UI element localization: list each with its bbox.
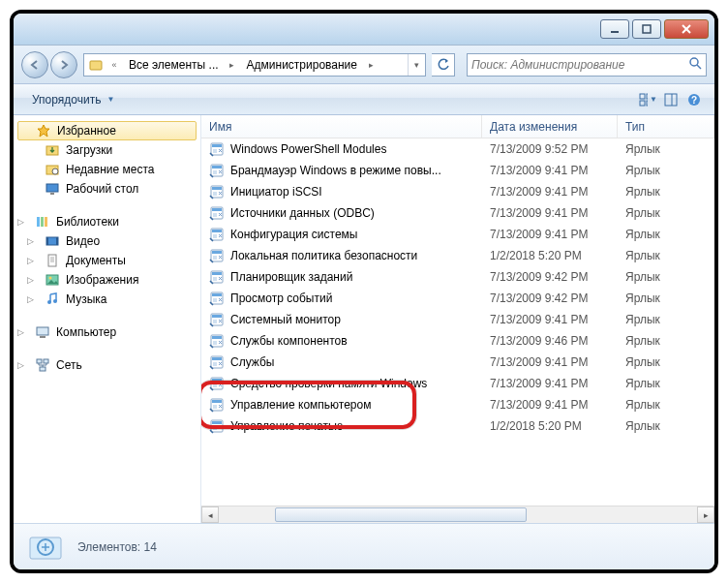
sidebar-item-pictures[interactable]: ▷ Изображения <box>14 270 200 290</box>
sidebar-item-video[interactable]: ▷ Видео <box>14 231 200 251</box>
file-row[interactable]: Инициатор iSCSI7/13/2009 9:41 PMЯрлык <box>201 181 714 202</box>
back-button[interactable] <box>21 51 48 78</box>
file-row[interactable]: Просмотр событий7/13/2009 9:42 PMЯрлык <box>201 288 714 309</box>
file-row[interactable]: Windows PowerShell Modules7/13/2009 9:52… <box>201 138 714 160</box>
file-type: Ярлык <box>618 419 714 433</box>
sidebar-item-documents[interactable]: ▷ Документы <box>14 251 200 270</box>
expand-icon[interactable]: ▷ <box>27 236 39 246</box>
svg-rect-56 <box>213 256 217 260</box>
sidebar-item-downloads[interactable]: Загрузки <box>14 140 200 160</box>
file-date: 7/13/2009 9:42 PM <box>482 292 618 305</box>
sidebar-item-label: Загрузки <box>66 143 112 157</box>
svg-rect-76 <box>212 400 222 403</box>
organize-button[interactable]: Упорядочить ▼ <box>23 88 123 111</box>
view-mode-button[interactable]: ▼ <box>637 89 658 110</box>
svg-rect-10 <box>647 101 648 106</box>
file-date: 7/13/2009 9:41 PM <box>482 228 618 241</box>
svg-rect-41 <box>213 149 217 153</box>
chevron-right-icon[interactable]: ▸ <box>226 54 239 76</box>
shortcut-icon <box>209 312 225 327</box>
file-row[interactable]: Локальная политика безопасности1/2/2018 … <box>201 245 714 266</box>
svg-rect-73 <box>212 379 222 382</box>
expand-icon[interactable]: ▷ <box>17 360 29 370</box>
chevron-right-icon[interactable]: ▸ <box>364 54 378 76</box>
search-input[interactable] <box>471 58 688 72</box>
column-type[interactable]: Тип <box>618 115 714 138</box>
svg-rect-22 <box>45 217 47 227</box>
downloads-icon <box>45 142 60 158</box>
scroll-left-button[interactable]: ◂ <box>201 506 219 523</box>
horizontal-scrollbar[interactable]: ◂ ▸ <box>201 506 714 523</box>
forward-button[interactable] <box>50 51 77 78</box>
file-list: Windows PowerShell Modules7/13/2009 9:52… <box>201 138 714 504</box>
sidebar-item-desktop[interactable]: Рабочий стол <box>14 179 200 199</box>
expand-icon[interactable]: ▷ <box>17 217 29 227</box>
scroll-track[interactable] <box>219 506 697 523</box>
svg-point-33 <box>53 299 57 303</box>
expand-icon[interactable]: ▷ <box>27 275 39 285</box>
file-date: 7/13/2009 9:46 PM <box>482 334 618 348</box>
breadcrumb-seg-1[interactable]: Все элементы ... <box>121 54 226 76</box>
scroll-right-button[interactable]: ▸ <box>697 506 714 523</box>
file-type: Ярлык <box>618 206 714 220</box>
sidebar-item-recent[interactable]: Недавние места <box>14 160 200 179</box>
file-row[interactable]: Конфигурация системы7/13/2009 9:41 PMЯрл… <box>201 224 714 245</box>
file-name: Службы <box>230 355 274 369</box>
file-row[interactable]: Управление печатью1/2/2018 5:20 PMЯрлык <box>201 415 714 437</box>
search-icon[interactable] <box>688 56 702 74</box>
sidebar-computer[interactable]: ▷ Компьютер <box>14 322 200 342</box>
sidebar-item-label: Сеть <box>56 358 82 372</box>
file-date: 7/13/2009 9:52 PM <box>482 142 618 156</box>
file-row[interactable]: Управление компьютером7/13/2009 9:41 PMЯ… <box>201 394 714 415</box>
star-icon <box>36 123 51 138</box>
shortcut-icon <box>209 141 225 157</box>
file-type: Ярлык <box>618 334 714 348</box>
desktop-icon <box>45 181 60 197</box>
breadcrumb-seg-2[interactable]: Администрирование <box>239 54 364 76</box>
svg-rect-4 <box>90 61 102 70</box>
close-button[interactable] <box>664 19 709 39</box>
minimize-button[interactable] <box>600 19 629 39</box>
file-row[interactable]: Средство проверки памяти Windows7/13/200… <box>201 373 714 394</box>
sidebar-libraries[interactable]: ▷ Библиотеки <box>14 212 200 231</box>
documents-icon <box>45 253 60 268</box>
file-name: Брандмауэр Windows в режиме повы... <box>230 164 441 177</box>
file-type: Ярлык <box>618 270 714 284</box>
sidebar-item-music[interactable]: ▷ Музыка <box>14 290 200 309</box>
search-box[interactable] <box>467 53 707 77</box>
address-dropdown-icon[interactable]: ▾ <box>408 54 425 76</box>
sidebar-favorites[interactable]: Избранное <box>17 121 197 140</box>
expand-icon[interactable]: ▷ <box>27 256 39 265</box>
scroll-thumb[interactable] <box>275 507 527 522</box>
file-row[interactable]: Планировщик заданий7/13/2009 9:42 PMЯрлы… <box>201 266 714 288</box>
expand-icon[interactable]: ▷ <box>27 294 39 304</box>
column-date[interactable]: Дата изменения <box>482 115 618 138</box>
recent-icon <box>45 162 60 177</box>
file-name: Конфигурация системы <box>230 228 357 241</box>
help-button[interactable]: ? <box>683 89 705 110</box>
file-type: Ярлык <box>618 377 714 390</box>
file-row[interactable]: Источники данных (ODBC)7/13/2009 9:41 PM… <box>201 202 714 224</box>
expand-icon[interactable]: ▷ <box>17 327 29 337</box>
music-icon <box>45 292 60 307</box>
sidebar-item-label: Недавние места <box>66 163 154 176</box>
maximize-button[interactable] <box>632 19 661 39</box>
sidebar-network[interactable]: ▷ Сеть <box>14 355 200 375</box>
shortcut-icon <box>209 376 225 391</box>
refresh-button[interactable] <box>432 53 455 77</box>
preview-pane-button[interactable] <box>660 89 682 110</box>
file-name: Управление печатью <box>230 419 343 433</box>
sidebar-item-label: Изображения <box>66 273 138 287</box>
libraries-icon <box>35 214 50 230</box>
sidebar-item-label: Компьютер <box>56 325 116 339</box>
column-name[interactable]: Имя <box>201 115 482 138</box>
shortcut-icon <box>209 205 225 221</box>
address-bar[interactable]: « Все элементы ... ▸ Администрирование ▸… <box>83 53 426 77</box>
chevron-down-icon: ▼ <box>106 95 114 104</box>
file-row[interactable]: Системный монитор7/13/2009 9:41 PMЯрлык <box>201 309 714 330</box>
file-row[interactable]: Службы компонентов7/13/2009 9:46 PMЯрлык <box>201 330 714 352</box>
history-dropdown-icon[interactable]: « <box>107 54 121 76</box>
file-row[interactable]: Службы7/13/2009 9:41 PMЯрлык <box>201 352 714 373</box>
file-row[interactable]: Брандмауэр Windows в режиме повы...7/13/… <box>201 160 714 181</box>
file-name: Просмотр событий <box>230 292 332 305</box>
